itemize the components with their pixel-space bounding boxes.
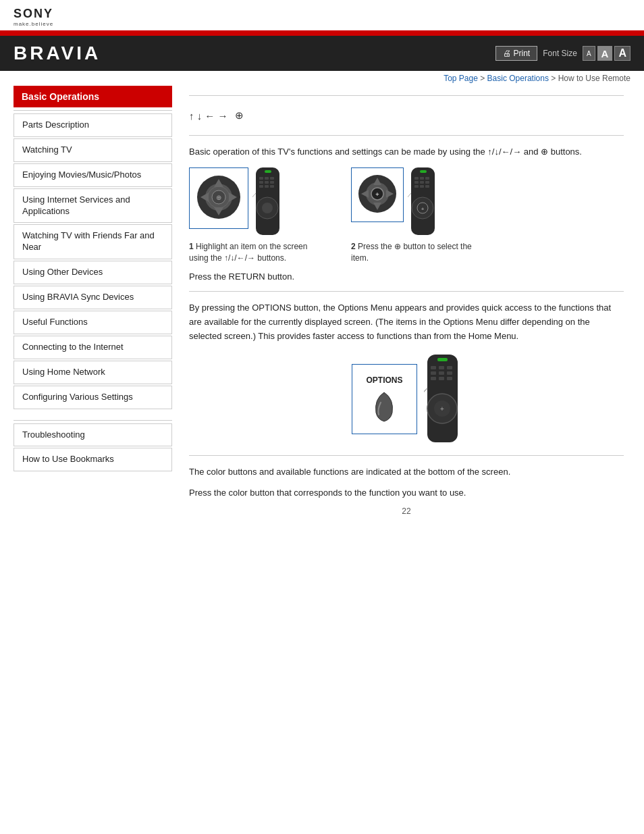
svg-rect-13 — [270, 177, 274, 180]
svg-rect-35 — [425, 177, 429, 180]
circle-select-icon: ⊕ — [235, 109, 244, 122]
svg-line-22 — [252, 193, 256, 205]
sidebar-item-other-devices[interactable]: Using Other Devices — [14, 261, 172, 284]
remote-demo-area: ⊕ — [189, 167, 624, 264]
options-demo-area: OPTIONS — [189, 355, 624, 444]
svg-rect-12 — [265, 177, 269, 180]
sony-logo: SONY — [14, 7, 630, 21]
options-label: OPTIONS — [366, 375, 402, 385]
header-controls: 🖨 Print Font Size A A A — [495, 46, 630, 61]
red-accent-bar — [0, 30, 644, 36]
font-size-controls: A A A — [583, 46, 630, 61]
sidebar-item-troubleshooting[interactable]: Troubleshooting — [14, 423, 172, 447]
svg-line-60 — [424, 388, 427, 402]
svg-rect-18 — [265, 185, 269, 188]
font-size-small-button[interactable]: A — [583, 46, 595, 61]
svg-rect-19 — [270, 185, 274, 188]
font-size-medium-button[interactable]: A — [597, 46, 613, 61]
section3-para1: The color buttons and available function… — [189, 465, 624, 479]
svg-rect-51 — [431, 371, 436, 375]
sony-logo-area: SONY make.believe — [0, 0, 644, 30]
breadcrumb: Top Page > Basic Operations > How to Use… — [0, 71, 644, 86]
breadcrumb-top-page[interactable]: Top Page — [444, 74, 478, 83]
nav-pad-illustration2: + — [351, 167, 404, 222]
remote-demo-item1: ⊕ — [189, 167, 324, 264]
sidebar: Basic Operations Parts Description Watch… — [14, 86, 182, 529]
sidebar-item-bravia-sync[interactable]: Using BRAVIA Sync Devices — [14, 286, 172, 309]
content-area: ↑ ↓ ← → ⊕ Basic operation of this TV's f… — [182, 86, 630, 529]
svg-rect-48 — [431, 366, 436, 369]
svg-line-45 — [408, 193, 411, 205]
section2-body: By pressing the OPTIONS button, the Opti… — [189, 301, 624, 343]
sidebar-item-enjoying-movies[interactable]: Enjoying Movies/Music/Photos — [14, 163, 172, 187]
font-size-large-button[interactable]: A — [614, 46, 630, 61]
sidebar-item-connecting-internet[interactable]: Connecting to the Internet — [14, 336, 172, 359]
remote-caption1: 1 Highlight an item on the screen using … — [189, 241, 324, 264]
section1-intro: Basic operation of this TV's functions a… — [189, 145, 624, 159]
options-remote-body: + — [424, 355, 461, 444]
svg-text:+: + — [421, 206, 425, 212]
svg-rect-41 — [425, 185, 429, 188]
svg-text:+: + — [375, 191, 379, 198]
printer-icon: 🖨 — [503, 49, 511, 58]
bravia-logo: BRAVIA — [14, 43, 101, 64]
svg-rect-10 — [265, 170, 271, 173]
page-number: 22 — [189, 506, 624, 516]
svg-rect-33 — [414, 177, 419, 180]
sidebar-item-watching-tv[interactable]: Watching TV — [14, 138, 172, 162]
sidebar-item-useful-functions[interactable]: Useful Functions — [14, 311, 172, 334]
remote-caption2: 2 Press the ⊕ button to select the item. — [351, 241, 486, 264]
svg-rect-34 — [420, 177, 424, 180]
print-button[interactable]: 🖨 Print — [495, 46, 538, 61]
svg-rect-55 — [439, 377, 444, 380]
svg-rect-54 — [431, 377, 436, 380]
svg-rect-16 — [270, 181, 274, 184]
svg-text:+: + — [440, 405, 444, 413]
breadcrumb-current: How to Use Remote — [558, 74, 630, 83]
sidebar-item-home-network[interactable]: Using Home Network — [14, 361, 172, 384]
svg-rect-15 — [265, 181, 269, 184]
svg-rect-38 — [425, 181, 429, 184]
svg-rect-56 — [447, 377, 452, 380]
svg-rect-37 — [420, 181, 424, 184]
svg-text:⊕: ⊕ — [216, 194, 221, 201]
sidebar-item-internet-services[interactable]: Using Internet Services and Applications — [14, 188, 172, 224]
remote-demo-item2: + — [351, 167, 486, 264]
section3-para2: Press the color button that corresponds … — [189, 486, 624, 500]
svg-rect-39 — [414, 185, 419, 188]
main-layout: Basic Operations Parts Description Watch… — [0, 86, 644, 529]
remote-body1 — [252, 167, 283, 237]
sidebar-item-bookmarks[interactable]: How to Use Bookmarks — [14, 448, 172, 471]
font-size-label: Font Size — [543, 49, 577, 58]
remote-img-box1: ⊕ — [189, 167, 324, 237]
page-header: BRAVIA 🖨 Print Font Size A A A — [0, 36, 644, 71]
nav-pad-illustration: ⊕ — [189, 167, 248, 229]
breadcrumb-basic-ops[interactable]: Basic Operations — [487, 74, 549, 83]
svg-rect-32 — [420, 170, 427, 173]
svg-rect-40 — [420, 185, 424, 188]
sidebar-active-section[interactable]: Basic Operations — [14, 86, 172, 107]
svg-rect-14 — [259, 181, 263, 184]
sony-tagline: make.believe — [14, 21, 630, 27]
svg-rect-50 — [447, 366, 452, 369]
arrow-icons: ↑ ↓ ← → — [189, 110, 228, 122]
remote-body2: + — [408, 167, 438, 237]
options-illustration-box: OPTIONS — [352, 364, 417, 434]
svg-rect-47 — [437, 358, 448, 361]
svg-rect-11 — [259, 177, 263, 180]
svg-rect-53 — [447, 371, 452, 375]
svg-point-21 — [262, 203, 273, 213]
sidebar-item-configuring-settings[interactable]: Configuring Various Settings — [14, 386, 172, 409]
svg-rect-36 — [414, 181, 419, 184]
svg-rect-52 — [439, 371, 444, 375]
sidebar-item-parts-description[interactable]: Parts Description — [14, 113, 172, 137]
return-text: Press the RETURN button. — [189, 271, 624, 282]
svg-rect-17 — [259, 185, 263, 188]
sidebar-item-watching-friends[interactable]: Watching TV with Friends Far and Near — [14, 224, 172, 259]
remote-img-box2: + — [351, 167, 486, 237]
section1-title-row: ↑ ↓ ← → ⊕ — [189, 105, 624, 126]
svg-rect-49 — [439, 366, 444, 369]
